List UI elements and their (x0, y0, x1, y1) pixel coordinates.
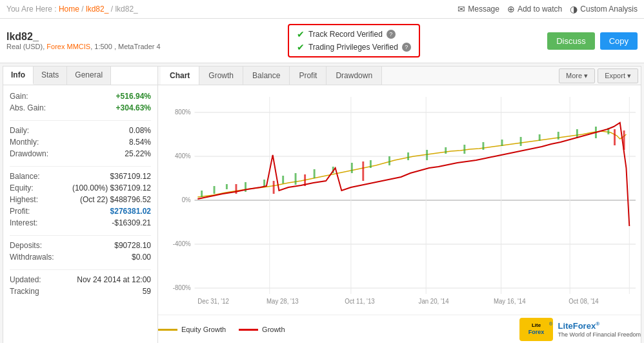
analysis-icon: ◑ (570, 4, 578, 14)
tab-info[interactable]: Info (3, 67, 34, 85)
top-bar: You Are Here : Home / lkd82_ / lkd82_ ✉ … (0, 0, 644, 19)
export-button[interactable]: Export ▾ (598, 68, 638, 83)
check-icon-1: ✔ (297, 29, 305, 39)
message-button[interactable]: ✉ Message (458, 4, 499, 14)
svg-rect-48 (273, 181, 275, 194)
svg-text:400%: 400% (175, 152, 191, 160)
chart-actions: More ▾ Export ▾ (559, 68, 638, 83)
withdrawals-label: Withdrawals: (10, 253, 54, 262)
check-icon-2: ✔ (297, 42, 305, 52)
gain-value: +516.94% (116, 92, 151, 101)
tracking-row: Tracking 59 (10, 286, 151, 297)
add-to-watch-button[interactable]: ⊕ Add to watch (507, 4, 562, 14)
svg-text:Lite: Lite (531, 322, 541, 328)
daily-row: Daily: 0.08% (10, 125, 151, 136)
svg-text:Oct 08, '14: Oct 08, '14 (569, 298, 599, 305)
interest-value: -$16309.21 (112, 218, 151, 227)
svg-rect-39 (482, 142, 484, 150)
profile-details: Real (USD), Forex MMCIS, 1:500 , MetaTra… (6, 43, 161, 50)
profit-label: Profit: (10, 207, 30, 216)
chart-tab-balance[interactable]: Balance (243, 67, 290, 85)
abs-gain-label: Abs. Gain: (10, 103, 46, 112)
highest-value: (Oct 22) $488796.52 (80, 195, 151, 204)
chart-tab-profit[interactable]: Profit (290, 67, 327, 85)
drawdown-label: Drawdown: (10, 149, 48, 158)
deposits-row: Deposits: $90728.10 (10, 240, 151, 251)
trading-privileges-info-icon[interactable]: ? (402, 43, 411, 52)
svg-rect-37 (445, 147, 447, 154)
svg-rect-24 (214, 186, 216, 194)
more-button[interactable]: More ▾ (559, 68, 595, 83)
svg-text:0%: 0% (182, 196, 191, 203)
svg-rect-23 (201, 191, 203, 197)
monthly-row: Monthly: 8.54% (10, 136, 151, 148)
info-table: Gain: +516.94% Abs. Gain: +304.63% Daily… (3, 85, 157, 309)
equity-row: Equity: (100.00%) $367109.12 (10, 182, 151, 194)
legend-equity: Equity Growth (158, 326, 226, 333)
broker-link[interactable]: Forex MMCIS (46, 43, 90, 50)
chart-tab-chart[interactable]: Chart (161, 67, 199, 85)
discuss-button[interactable]: Discuss (547, 32, 595, 50)
svg-text:-400%: -400% (173, 240, 191, 247)
withdrawals-value: $0.00 (132, 253, 151, 262)
tab-stats[interactable]: Stats (34, 67, 67, 85)
chart-svg: 800% 400% 0% -400% -800% Dec 31, '12 May… (163, 90, 636, 310)
breadcrumb-home[interactable]: Home (59, 5, 79, 14)
highest-row: Highest: (Oct 22) $488796.52 (10, 194, 151, 205)
daily-label: Daily: (10, 126, 29, 135)
performance-section: Daily: 0.08% Monthly: 8.54% Drawdown: 25… (10, 125, 151, 160)
svg-text:Forex: Forex (528, 329, 544, 335)
copy-button[interactable]: Copy (600, 32, 638, 50)
balance-value: $367109.12 (110, 172, 151, 181)
svg-text:-800%: -800% (173, 284, 191, 291)
interest-label: Interest: (10, 218, 37, 227)
svg-rect-42 (539, 134, 541, 141)
svg-text:®: ® (549, 322, 553, 326)
abs-gain-value: +304.63% (116, 103, 151, 112)
trading-privileges-verified: ✔ Trading Privileges Verified ? (297, 42, 411, 52)
liteforex-tagline: The World of Financial Freedom (558, 331, 641, 338)
gain-label: Gain: (10, 92, 28, 101)
meta-section: Updated: Nov 24 2014 at 12:00 Tracking 5… (10, 274, 151, 297)
breadcrumb-current: lkd82_ (115, 5, 137, 14)
legend-growth: Growth (239, 326, 285, 333)
monthly-label: Monthly: (10, 138, 39, 147)
svg-rect-28 (282, 176, 284, 183)
abs-gain-row: Abs. Gain: +304.63% (10, 102, 151, 114)
highest-label: Highest: (10, 195, 38, 204)
balance-label: Balance: (10, 172, 40, 181)
chart-legend: Equity Growth Growth Lite Forex ® LiteFo… (158, 315, 641, 343)
svg-rect-25 (226, 184, 228, 189)
deposits-label: Deposits: (10, 241, 42, 250)
chart-area: 800% 400% 0% -400% -800% Dec 31, '12 May… (158, 85, 641, 315)
updated-label: Updated: (10, 275, 41, 284)
drawdown-row: Drawdown: 25.22% (10, 148, 151, 160)
svg-text:Jan 20, '14: Jan 20, '14 (419, 298, 450, 305)
track-record-info-icon[interactable]: ? (387, 30, 396, 39)
svg-rect-34 (388, 156, 390, 165)
svg-text:Dec 31, '12: Dec 31, '12 (197, 298, 229, 305)
svg-rect-27 (263, 180, 265, 186)
growth-line-indicator (239, 329, 258, 331)
gain-row: Gain: +516.94% (10, 90, 151, 102)
deposits-value: $90728.10 (114, 241, 151, 250)
svg-rect-43 (558, 132, 559, 140)
tab-general[interactable]: General (67, 67, 111, 85)
svg-text:800%: 800% (175, 109, 191, 116)
chart-tab-growth[interactable]: Growth (199, 67, 243, 85)
svg-rect-41 (520, 137, 522, 146)
right-panel: Chart Growth Balance Profit Drawdown Mor… (158, 67, 641, 343)
growth-legend-label: Growth (262, 326, 285, 333)
withdrawals-row: Withdrawals: $0.00 (10, 251, 151, 263)
chart-tab-drawdown[interactable]: Drawdown (327, 67, 382, 85)
profit-value: $276381.02 (110, 207, 151, 216)
svg-rect-30 (314, 169, 316, 178)
custom-analysis-button[interactable]: ◑ Custom Analysis (570, 4, 638, 14)
breadcrumb-level1[interactable]: lkd82_ (86, 5, 108, 14)
chart-tabs: Chart Growth Balance Profit Drawdown Mor… (158, 67, 641, 85)
svg-text:Oct 11, '13: Oct 11, '13 (345, 298, 375, 305)
balance-row: Balance: $367109.12 (10, 171, 151, 182)
profit-row: Profit: $276381.02 (10, 205, 151, 217)
top-actions: ✉ Message ⊕ Add to watch ◑ Custom Analys… (458, 4, 638, 14)
updated-value: Nov 24 2014 at 12:00 (77, 275, 151, 284)
